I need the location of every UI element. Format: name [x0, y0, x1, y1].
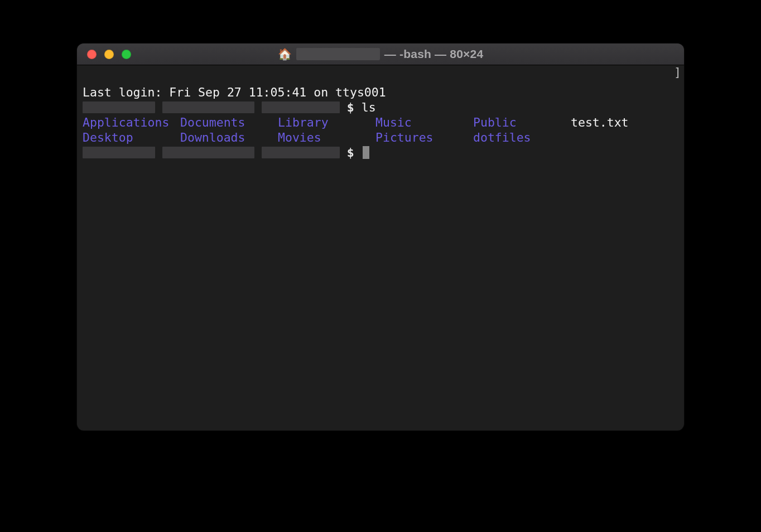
prompt-symbol: $ — [347, 146, 354, 159]
cursor-icon — [363, 146, 369, 159]
ls-entry-dir: Public — [473, 115, 571, 130]
window-title: 🏠 — -bash — 80×24 — [77, 47, 684, 61]
ls-entry-dir: Movies — [278, 130, 375, 145]
ls-entry-dir: Music — [375, 115, 473, 130]
ls-entry-dir: Downloads — [180, 130, 278, 145]
last-login-line: Last login: Fri Sep 27 11:05:41 on ttys0… — [83, 85, 386, 99]
window-titlebar[interactable]: 🏠 — -bash — 80×24 — [77, 43, 684, 65]
prompt-symbol: $ — [347, 100, 354, 114]
redacted-prompt-part — [83, 147, 155, 158]
redacted-prompt-part — [83, 101, 155, 113]
ls-output-row: ApplicationsDocumentsLibraryMusicPublict… — [83, 115, 678, 130]
ls-entry-dir: Library — [278, 115, 375, 130]
terminal-window[interactable]: 🏠 — -bash — 80×24 ]Last login: Fri Sep 2… — [77, 43, 684, 431]
redacted-prompt-part — [162, 101, 254, 113]
ls-entry-dir: Desktop — [83, 130, 180, 145]
scrollbar-indicator: ] — [674, 65, 681, 80]
redacted-prompt-part — [262, 101, 340, 113]
ls-entry-dir: Applications — [83, 115, 180, 130]
redacted-prompt-part — [262, 147, 340, 158]
minimize-icon[interactable] — [104, 50, 114, 59]
home-icon: 🏠 — [278, 47, 292, 61]
redacted-title-text — [296, 48, 380, 60]
ls-entry-dir: dotfiles — [473, 130, 571, 145]
ls-output-row: DesktopDownloadsMoviesPicturesdotfiles — [83, 130, 678, 145]
terminal-output[interactable]: ]Last login: Fri Sep 27 11:05:41 on ttys… — [77, 65, 684, 431]
ls-entry-file — [571, 130, 668, 145]
title-suffix: — -bash — 80×24 — [384, 47, 484, 61]
ls-entry-dir: Pictures — [375, 130, 473, 145]
ls-entry-dir: Documents — [180, 115, 278, 130]
ls-entry-file: test.txt — [571, 115, 668, 130]
command-text: ls — [362, 100, 376, 114]
redacted-prompt-part — [162, 147, 254, 158]
close-icon[interactable] — [87, 50, 97, 59]
zoom-icon[interactable] — [122, 50, 131, 59]
